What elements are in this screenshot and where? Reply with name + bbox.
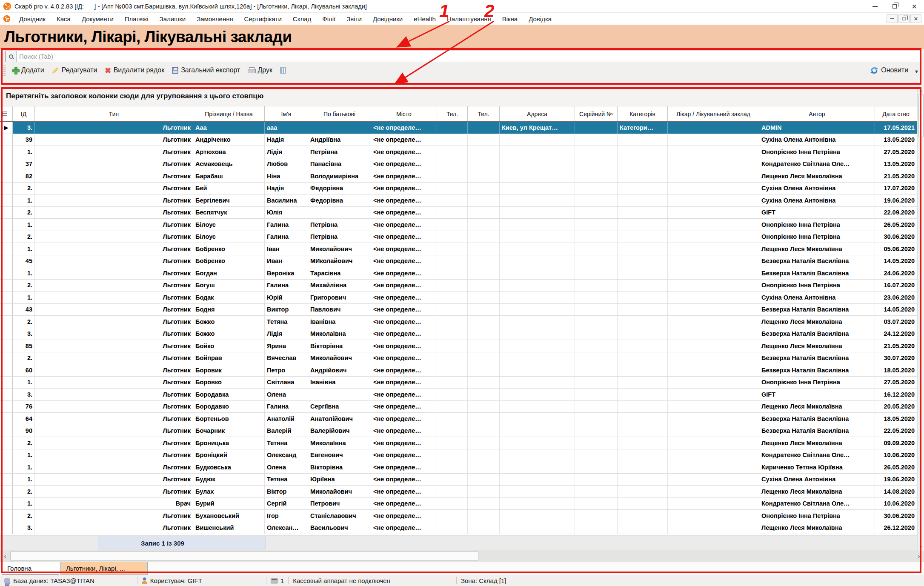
table-row[interactable]: 2.ЛьготникБожкоТетянаІванівна<не определ… [0,316,924,328]
mdi-close-button[interactable]: × [910,14,921,23]
menu-item-11[interactable]: Довідники [367,14,408,24]
menu-item-6[interactable]: Замовлення [191,14,238,24]
table-row[interactable]: 1.ЛьготникБодакЮрійГригорович<не определ… [0,292,924,304]
row-marker [0,401,13,413]
table-row[interactable]: 76ЛьготникБородавкоГалинаСергіївна<не оп… [0,401,924,413]
menu-item-1[interactable]: Довідник [14,14,51,24]
table-row[interactable]: 2.ЛьготникБухановськийІгорСтаніславович<… [0,510,924,522]
column-header-name[interactable]: Ім'я [265,106,308,121]
table-row[interactable]: 64ЛьготникБортеньовАнатолійАнатолійович<… [0,413,924,425]
table-row[interactable]: 60ЛьготникБоровикПетроАндрійович<не опре… [0,364,924,377]
column-header-patronymic[interactable]: По батькові [308,106,371,121]
column-header-doctor[interactable]: Лікар / Лікувальний заклад [668,106,759,121]
menu-item-14[interactable]: Вікна [497,14,524,24]
scroll-down-button[interactable]: ▼ [918,543,924,551]
menu-item-2[interactable]: Каса [51,14,76,24]
table-row[interactable]: 39ЛьготникАндріченкоНадіяАндріївна<не оп… [0,134,924,146]
column-header-tel2[interactable]: Тел. [468,106,500,121]
menu-item-3[interactable]: Документи [76,14,119,24]
toolbar-grip[interactable] [3,65,6,76]
toolbar-overflow-caret[interactable]: ▼ [914,69,919,74]
table-row[interactable]: 45ЛьготникБобренкоИванМИколайович<не опр… [0,255,924,268]
menu-item-15[interactable]: Довідка [523,14,557,24]
edit-button[interactable]: Редагувати [49,65,100,76]
mdi-restore-button[interactable] [898,14,910,23]
table-row[interactable]: 2.ЛьготникБейНадіяФедорівна<не определе…… [0,183,924,195]
table-row[interactable]: 1.ЛьготникБобренкоІванМиколайович<не опр… [0,243,924,255]
table-row[interactable]: 2.ЛьготникБілоусГалинаПетрівна<не опреде… [0,231,924,243]
column-header-author[interactable]: Автор [759,106,875,121]
scroll-right-button[interactable]: › [914,550,924,562]
column-header-address[interactable]: Адреса [500,106,575,121]
column-header-category[interactable]: Категорія [618,106,668,121]
cell-name: Галина [265,401,308,413]
cell-doctor [668,316,759,328]
minimize-button[interactable] [865,0,885,12]
table-row[interactable]: 1.ЛьготникБоровкоСвітланаІванівна<не опр… [0,377,924,389]
cell-patronymic [308,122,371,134]
export-button[interactable]: Загальний експорт [169,65,243,76]
close-button[interactable]: × [904,0,924,12]
column-header-date[interactable]: Дата ство [875,106,917,121]
menu-item-8[interactable]: Склад [287,14,317,24]
table-row[interactable]: ▶3.ЛьготникАааааа<не определе…Киев, ул К… [0,122,924,134]
menu-item-7[interactable]: Сертифікати [239,14,287,24]
table-row[interactable]: 1.ЛьготникБергілевичВасилинаФедорівна<не… [0,194,924,207]
table-row[interactable]: 2.ЛьготникБулахВікторМиколайович<не опре… [0,486,924,498]
column-header-id[interactable]: ІД [13,106,35,121]
menu-item-10[interactable]: Звіти [341,14,367,24]
table-row[interactable]: 2.ЛьготникБеспятчукЮлія<не определе…GIFT… [0,207,924,219]
table-row[interactable]: 1.ЛьготникБудковськаОленаВікторівна<не о… [0,461,924,474]
table-row[interactable]: 2.ЛьготникБогушГалинаМихайлівна<не опред… [0,280,924,292]
grid-corner-button[interactable] [0,106,13,121]
table-row[interactable]: 3.ЛьготникБожкоЛідіяМиколаївна<не опреде… [0,328,924,340]
table-row[interactable]: 1.ЛьготникБогданВеронікаТарасівна<не опр… [0,267,924,280]
horizontal-scroll-thumb[interactable] [10,552,478,560]
scroll-left-button[interactable]: ‹ [0,550,10,562]
table-row[interactable]: 1.ВрачБурийСергійПетрович<не определе…Ко… [0,498,924,510]
horizontal-scrollbar[interactable]: ‹ › [0,550,924,562]
add-button[interactable]: Додати [10,65,47,76]
table-row[interactable]: 1.ЛьготникБілоусГалинаПетрівна<не опреде… [0,219,924,231]
menu-item-9[interactable]: Філії [317,14,341,24]
table-row[interactable]: 3.ЛьготникВишенськийОлексан…Васильович<н… [0,522,924,535]
table-row[interactable]: 82ЛьготникБарабашНінаВолодимирівна<не оп… [0,170,924,183]
column-header-tel1[interactable]: Тел. [437,106,468,121]
restore-button[interactable] [885,0,904,12]
table-row[interactable]: 1.ЛьготникБроніцкийОлександЕвгенович<не … [0,449,924,462]
table-row[interactable]: 37ЛьготникАсмаковецьЛюбовПанасівна<не оп… [0,158,924,171]
column-header-surname[interactable]: Прізвище / Назва [193,106,265,121]
cell-type: Льготник [35,280,193,292]
vertical-scroll-thumb[interactable] [918,94,924,137]
tab-beneficiaries[interactable]: Льготники, Лікарі, ... [60,562,148,575]
table-row[interactable]: 1.ЛьготникАртюховаЛідіяПетрівна<не опред… [0,146,924,158]
delete-row-button[interactable]: ✖ Видалити рядок [102,65,167,76]
column-header-type[interactable]: Тип [35,106,193,121]
table-row[interactable]: 85ЛьготникБойкоЯринаВікторівна<не опреде… [0,340,924,352]
row-marker [0,377,13,389]
table-row[interactable]: 1.ЛьготникБудюкТетянаЮріївна<не определе… [0,474,924,486]
menu-item-12[interactable]: eHealth [408,14,441,24]
refresh-button[interactable]: Оновити [867,65,911,76]
table-row[interactable]: 2.ЛьготникБойправВячеславМиколайович<не … [0,352,924,365]
vertical-scrollbar[interactable]: ▲ ▼ [917,86,924,551]
table-row[interactable]: 2.ЛьготникБроницькаТетянаМиколаївна<не о… [0,437,924,449]
column-header-serial[interactable]: Серійний № [575,106,618,121]
search-button[interactable] [6,51,17,62]
group-by-bar[interactable]: Перетягніть заголовок колонки сюди для у… [0,86,924,106]
print-button[interactable]: Друк [245,65,275,76]
tab-main[interactable]: Головна [2,562,59,575]
scroll-up-button[interactable]: ▲ [918,86,924,94]
cell-tel1 [437,449,468,461]
menu-item-13[interactable]: Налаштування [441,14,497,24]
table-row[interactable]: 90ЛьготникБочарникВалерійВалерійович<не … [0,425,924,437]
table-row[interactable]: 3.ЛьготникБородавкаОлена<не определе…GIF… [0,389,924,401]
search-input[interactable] [17,53,921,60]
row-marker [0,486,13,497]
menu-item-4[interactable]: Платежі [119,14,154,24]
menu-item-5[interactable]: Залишки [154,14,192,24]
columns-button[interactable] [277,66,289,75]
mdi-minimize-button[interactable] [887,14,898,23]
column-header-city[interactable]: Місто [371,106,437,121]
table-row[interactable]: 43ЛьготникБодняВикторПавлович<не определ… [0,304,924,316]
